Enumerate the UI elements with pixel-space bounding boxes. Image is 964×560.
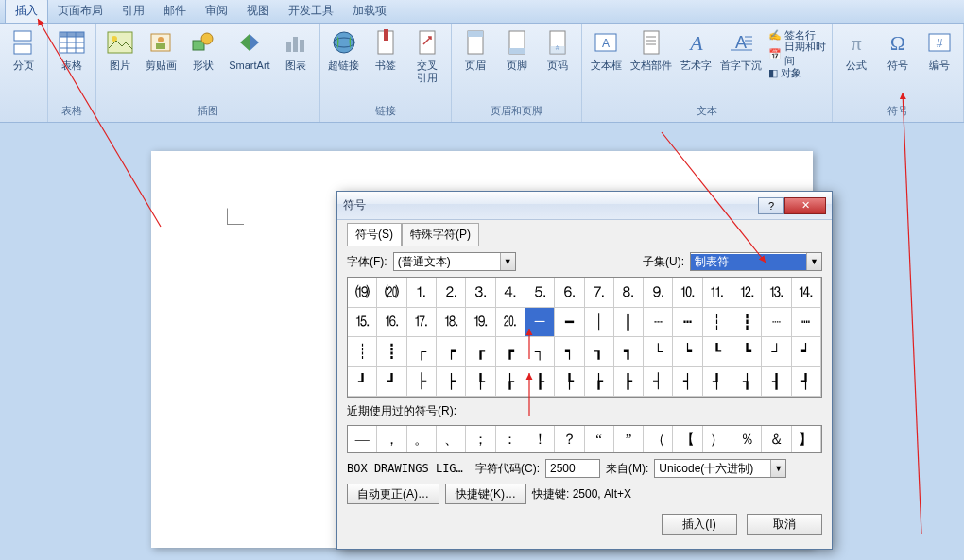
tab-insert[interactable]: 插入 [5,0,48,23]
symbol-cell[interactable]: ⒎ [585,278,614,308]
symbol-cell[interactable]: ┇ [732,308,762,338]
quickparts-button[interactable]: 文档部件 [628,25,674,74]
recent-symbol-cell[interactable]: ！ [525,426,555,452]
symbol-cell[interactable]: │ [585,308,614,338]
symbol-cell[interactable]: ┠ [525,367,555,398]
wordart-button[interactable]: A 艺术字 [676,25,715,74]
page-break-button[interactable]: 分页 [4,25,43,74]
recent-symbol-cell[interactable]: 】 [792,426,821,452]
symbol-cell[interactable]: ┣ [614,367,644,398]
symbol-cell[interactable]: ┝ [437,367,466,398]
recent-symbol-cell[interactable]: “ [585,426,614,452]
hyperlink-button[interactable]: 超链接 [324,25,364,74]
symbol-cell[interactable]: ⒚ [466,308,495,338]
recent-symbol-cell[interactable]: — [348,426,377,452]
symbol-button[interactable]: Ω 符号 [878,25,918,74]
picture-button[interactable]: 图片 [100,25,140,74]
symbol-cell[interactable]: ┨ [762,367,791,398]
symbol-cell[interactable]: ┛ [377,367,406,398]
symbol-cell[interactable]: ┈ [762,308,791,338]
bookmark-button[interactable]: 书签 [366,25,405,74]
symbol-cell[interactable]: ─ [525,308,555,338]
recent-symbol-cell[interactable]: 。 [407,426,437,452]
symbol-cell[interactable]: ┟ [496,367,525,398]
dialog-tab-symbols[interactable]: 符号(S) [347,223,402,246]
tab-developer[interactable]: 开发工具 [279,0,343,23]
symbol-cell[interactable]: ┊ [348,337,377,367]
symbol-cell[interactable]: ⒊ [466,278,495,308]
crossref-button[interactable]: 交叉 引用 [407,25,447,86]
symbol-cell[interactable]: ┃ [614,308,644,338]
symbol-cell[interactable]: ┘ [762,337,791,367]
recent-symbol-cell[interactable]: 、 [437,426,466,452]
recent-symbol-cell[interactable]: ） [703,426,732,452]
symbol-cell[interactable]: ┑ [555,337,584,367]
tab-page-layout[interactable]: 页面布局 [48,0,112,23]
symbol-cell[interactable]: ┦ [703,367,732,398]
symbol-cell[interactable]: ┐ [525,337,555,367]
symbol-cell[interactable]: ⒗ [377,308,406,338]
symbol-cell[interactable]: ⒛ [496,308,525,338]
symbol-cell[interactable]: ┏ [496,337,525,367]
symbol-cell[interactable]: ┌ [407,337,437,367]
footer-button[interactable]: 页脚 [497,25,537,74]
symbol-cell[interactable]: ┅ [673,308,702,338]
symbol-cell[interactable]: ⒇ [377,278,406,308]
recent-symbol-cell[interactable]: ＆ [762,426,791,452]
dialog-titlebar[interactable]: 符号 ? ✕ [337,192,832,220]
tab-references[interactable]: 引用 [112,0,154,23]
symbol-cell[interactable]: ┕ [673,337,702,367]
symbol-cell[interactable]: ┎ [466,337,495,367]
datetime-button[interactable]: 📅 日期和时间 [766,44,829,63]
charcode-input[interactable] [545,459,600,478]
recent-symbol-cell[interactable]: ％ [732,426,762,452]
symbol-cell[interactable]: ⒓ [732,278,762,308]
dialog-help-button[interactable]: ? [758,197,784,214]
symbol-cell[interactable]: ⒙ [437,308,466,338]
shapes-button[interactable]: 形状 [183,25,223,74]
dialog-close-button[interactable]: ✕ [784,197,826,214]
symbol-cell[interactable]: ⒒ [703,278,732,308]
clipart-button[interactable]: 剪贴画 [142,25,181,74]
recent-symbol-cell[interactable]: ” [614,426,644,452]
symbol-cell[interactable]: ┧ [732,367,762,398]
symbol-cell[interactable]: └ [644,337,673,367]
symbol-cell[interactable]: ⒏ [614,278,644,308]
subset-combo[interactable]: 制表符 ▼ [690,252,822,271]
symbol-cell[interactable]: ⒘ [407,308,437,338]
object-button[interactable]: ◧ 对象 [766,63,829,82]
symbol-cell[interactable]: ┆ [703,308,732,338]
symbol-cell[interactable]: ┩ [792,367,821,398]
symbol-cell[interactable]: ⒑ [673,278,702,308]
smartart-button[interactable]: SmartArt [225,25,274,74]
dialog-tab-special[interactable]: 特殊字符(P) [402,223,479,246]
symbol-cell[interactable]: ┄ [644,308,673,338]
textbox-button[interactable]: A 文本框 [586,25,626,74]
symbol-cell[interactable]: ┗ [732,337,762,367]
symbol-cell[interactable]: ┢ [585,367,614,398]
page-number-button[interactable]: # 页码 [539,25,578,74]
symbol-cell[interactable]: ┖ [703,337,732,367]
symbol-cell[interactable]: ┋ [377,337,406,367]
symbol-cell[interactable]: ⒌ [525,278,555,308]
symbol-cell[interactable]: ⒕ [792,278,821,308]
equation-button[interactable]: π 公式 [836,25,876,74]
tab-addins[interactable]: 加载项 [343,0,396,23]
symbol-cell[interactable]: ┥ [673,367,702,398]
dropcap-button[interactable]: A 首字下沉 [718,25,765,74]
symbol-cell[interactable]: ├ [407,367,437,398]
from-combo[interactable]: Unicode(十六进制) ▼ [654,459,786,478]
tab-review[interactable]: 审阅 [196,0,237,23]
autocorrect-button[interactable]: 自动更正(A)… [347,484,439,504]
symbol-cell[interactable]: ⒍ [555,278,584,308]
cancel-button[interactable]: 取消 [747,514,822,535]
symbol-cell[interactable]: ┍ [437,337,466,367]
number-button[interactable]: # 编号 [920,25,959,74]
symbol-cell[interactable]: ⒈ [407,278,437,308]
recent-symbol-cell[interactable]: ： [496,426,525,452]
recent-symbol-cell[interactable]: （ [644,426,673,452]
header-button[interactable]: 页眉 [456,25,495,74]
symbol-cell[interactable]: ┚ [348,367,377,398]
symbol-cell[interactable]: ━ [555,308,584,338]
symbol-cell[interactable]: ⒔ [762,278,791,308]
